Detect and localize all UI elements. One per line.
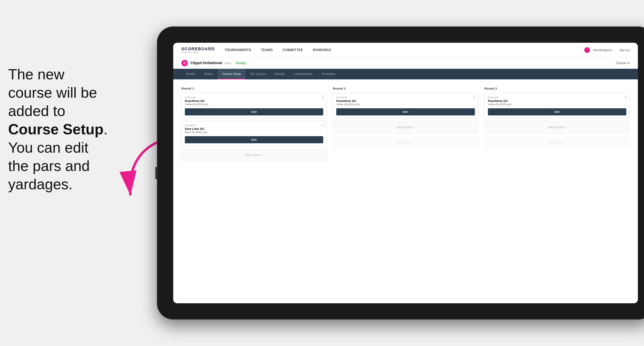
round-1-add-course-button[interactable]: Add Course + bbox=[182, 149, 327, 162]
tab-results[interactable]: Results bbox=[270, 69, 289, 79]
course-b-edit-button[interactable]: Edit bbox=[185, 136, 323, 143]
course-b-tag: (Course B) bbox=[185, 124, 323, 126]
nav-right: blair@clippd.io | Sign out bbox=[584, 47, 630, 53]
round-2-column: Round 2 ⊡ (Course A) Peachtree GC Yellow… bbox=[333, 87, 478, 164]
round-2-add-course-disabled: Add Course + bbox=[333, 136, 478, 149]
course-a-info: Yellow (M) (6629 yds) bbox=[185, 103, 323, 106]
sign-out-link[interactable]: Sign out bbox=[619, 48, 630, 52]
nav-rankings[interactable]: RANKINGS bbox=[313, 47, 331, 53]
round-2-course-a-tag: (Course A) bbox=[336, 96, 475, 99]
tab-leaderboards[interactable]: Leaderboards bbox=[289, 69, 317, 79]
annotation-left: The new course will be added to Course S… bbox=[8, 65, 126, 193]
round-3-course-a-tag: (Course A) bbox=[488, 96, 626, 99]
powered-by: Powered by clippd bbox=[182, 51, 215, 53]
course-a-tag: (Course A) bbox=[185, 96, 323, 99]
event-badge: Hosting bbox=[234, 61, 247, 65]
round-3-course-a-info: Yellow (M) (6629 yds) bbox=[488, 103, 626, 106]
round-3-course-a-name: Peachtree GC bbox=[488, 99, 626, 103]
user-avatar bbox=[584, 47, 590, 53]
round-3-course-a-card: ⊡ (Course A) Peachtree GC Yellow (M) (66… bbox=[484, 93, 630, 119]
course-a-edit-button[interactable]: Edit bbox=[185, 108, 323, 115]
round-2-course-a-card: ⊡ (Course A) Peachtree GC Yellow (M) (66… bbox=[333, 93, 478, 119]
round-1-course-b-card: ⊡ (Course B) East Lake GC Black (M) (689… bbox=[182, 121, 327, 146]
round-1-course-a-card: ⊡ (Course A) Peachtree GC Yellow (M) (66… bbox=[182, 93, 327, 119]
course-b-delete-icon[interactable]: ⊡ bbox=[322, 123, 324, 127]
nav-teams[interactable]: TEAMS bbox=[261, 47, 273, 53]
course-a-delete-icon[interactable]: ⊡ bbox=[322, 95, 324, 99]
rounds-grid: Round 1 ⊡ (Course A) Peachtree GC Yellow… bbox=[182, 87, 630, 164]
sub-header: C Clippd Invitational (Men) Hosting Canc… bbox=[173, 57, 638, 69]
tab-teams[interactable]: Teams bbox=[200, 69, 218, 79]
nav-committee[interactable]: COMMITTEE bbox=[283, 47, 303, 53]
tab-tee-groups[interactable]: Tee Groups bbox=[245, 69, 270, 79]
round-2-course-a-edit-button[interactable]: Edit bbox=[336, 108, 475, 115]
round-3-course-a-delete-icon[interactable]: ⊡ bbox=[624, 95, 627, 99]
tab-printables[interactable]: Printables bbox=[317, 69, 340, 79]
round-2-label: Round 2 bbox=[333, 87, 478, 90]
nav-links: TOURNAMENTS TEAMS COMMITTEE RANKINGS bbox=[224, 47, 584, 53]
round-2-course-a-info: Yellow (M) (6629 yds) bbox=[336, 103, 475, 106]
tab-course-setup[interactable]: Course Setup bbox=[218, 69, 245, 79]
tab-bar: Details Teams Course Setup Tee Groups Re… bbox=[173, 69, 638, 79]
main-content: Round 1 ⊡ (Course A) Peachtree GC Yellow… bbox=[173, 79, 638, 303]
tablet-side-button bbox=[155, 167, 157, 179]
event-tag: (Men) bbox=[224, 61, 232, 65]
course-b-info: Black (M) (6891 yds) bbox=[185, 131, 323, 134]
round-1-column: Round 1 ⊡ (Course A) Peachtree GC Yellow… bbox=[182, 87, 327, 164]
round-2-course-a-name: Peachtree GC bbox=[336, 99, 475, 103]
top-nav: SCOREBOARD Powered by clippd TOURNAMENTS… bbox=[173, 43, 638, 57]
round-3-add-course-button[interactable]: Add Course + bbox=[484, 121, 630, 134]
scoreboard-logo: SCOREBOARD bbox=[182, 47, 215, 51]
event-title: Clippd Invitational bbox=[190, 61, 222, 65]
event-logo: C bbox=[182, 60, 188, 66]
cancel-button[interactable]: Cancel ✕ bbox=[616, 61, 630, 65]
round-3-add-course-disabled: Add Course + bbox=[484, 136, 630, 149]
round-2-add-course-button[interactable]: Add Course + bbox=[333, 121, 478, 134]
round-3-course-a-edit-button[interactable]: Edit bbox=[488, 108, 626, 115]
tablet-screen: SCOREBOARD Powered by clippd TOURNAMENTS… bbox=[173, 43, 638, 303]
tablet-frame: SCOREBOARD Powered by clippd TOURNAMENTS… bbox=[157, 26, 644, 320]
logo-area: SCOREBOARD Powered by clippd bbox=[182, 47, 215, 53]
nav-tournaments[interactable]: TOURNAMENTS bbox=[224, 47, 251, 53]
course-b-name: East Lake GC bbox=[185, 127, 323, 131]
user-email: blair@clippd.io bbox=[593, 48, 612, 52]
round-2-course-a-delete-icon[interactable]: ⊡ bbox=[473, 95, 476, 99]
round-1-label: Round 1 bbox=[182, 87, 327, 90]
round-3-column: Round 3 ⊡ (Course A) Peachtree GC Yellow… bbox=[484, 87, 630, 164]
tab-details[interactable]: Details bbox=[182, 69, 200, 79]
round-3-label: Round 3 bbox=[484, 87, 630, 90]
course-a-name: Peachtree GC bbox=[185, 99, 323, 103]
